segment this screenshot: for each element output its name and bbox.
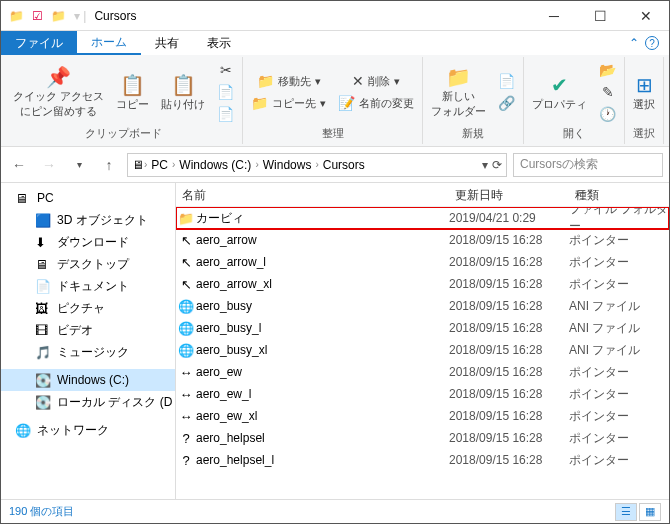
tree-node[interactable]: 🌐ネットワーク bbox=[1, 419, 175, 441]
col-name[interactable]: 名前 bbox=[176, 183, 449, 206]
moveto-button[interactable]: 📁移動先▾ bbox=[247, 70, 330, 92]
addr-dropdown-icon[interactable]: ▾ bbox=[482, 158, 488, 172]
tree-node[interactable]: 💽Windows (C:) bbox=[1, 369, 175, 391]
select-icon: ⊞ bbox=[636, 73, 653, 97]
file-type: ポインター bbox=[569, 430, 669, 447]
tree-node[interactable]: 🎞ビデオ bbox=[1, 319, 175, 341]
qat-divider: ▾ | bbox=[74, 9, 86, 23]
copyto-button[interactable]: 📁コピー先▾ bbox=[247, 92, 330, 114]
tree-node[interactable]: 💽ローカル ディスク (D bbox=[1, 391, 175, 413]
qat-folder-icon[interactable]: 📁 bbox=[51, 9, 66, 23]
file-row[interactable]: 🌐aero_busy_xl2018/09/15 16:28ANI ファイル bbox=[176, 339, 669, 361]
file-date: 2018/09/15 16:28 bbox=[449, 321, 569, 335]
tree-node[interactable]: 🎵ミュージック bbox=[1, 341, 175, 363]
history-icon: 🕐 bbox=[599, 106, 616, 122]
pasteshortcut-button[interactable]: 📄 bbox=[213, 103, 238, 125]
refresh-icon[interactable]: ⟳ bbox=[492, 158, 502, 172]
paste-button[interactable]: 📋貼り付け bbox=[157, 71, 209, 114]
tree-node[interactable]: ⬇ダウンロード bbox=[1, 231, 175, 253]
tab-home[interactable]: ホーム bbox=[77, 31, 141, 55]
copypath-button[interactable]: 📄 bbox=[213, 81, 238, 103]
moveto-icon: 📁 bbox=[257, 73, 274, 89]
close-button[interactable]: ✕ bbox=[623, 1, 669, 31]
tree-node[interactable]: 🖥PC bbox=[1, 187, 175, 209]
search-input[interactable]: Cursorsの検索 bbox=[513, 153, 663, 177]
history-button[interactable]: 🕐 bbox=[595, 103, 620, 125]
file-type: ANI ファイル bbox=[569, 342, 669, 359]
crumb-3[interactable]: Cursors bbox=[319, 158, 369, 172]
crumb-2[interactable]: Windows bbox=[259, 158, 316, 172]
file-icon: ↔ bbox=[176, 365, 196, 380]
file-date: 2018/09/15 16:28 bbox=[449, 233, 569, 247]
file-icon: ↔ bbox=[176, 387, 196, 402]
file-date: 2018/09/15 16:28 bbox=[449, 387, 569, 401]
titlebar: 📁 ☑ 📁 ▾ | Cursors ─ ☐ ✕ bbox=[1, 1, 669, 31]
copyto-icon: 📁 bbox=[251, 95, 268, 111]
file-row[interactable]: ↖aero_arrow2018/09/15 16:28ポインター bbox=[176, 229, 669, 251]
tree-node[interactable]: 🟦3D オブジェクト bbox=[1, 209, 175, 231]
address-bar[interactable]: 🖥 › PC› Windows (C:)› Windows› Cursors ▾… bbox=[127, 153, 507, 177]
recent-button[interactable]: ▾ bbox=[67, 153, 91, 177]
status-bar: 190 個の項目 ☰ ▦ bbox=[1, 499, 669, 523]
tab-file[interactable]: ファイル bbox=[1, 31, 77, 55]
tree-label: Windows (C:) bbox=[57, 373, 129, 387]
view-icons-button[interactable]: ▦ bbox=[639, 503, 661, 521]
tree-label: 3D オブジェクト bbox=[57, 212, 148, 229]
tab-share[interactable]: 共有 bbox=[141, 31, 193, 55]
cut-button[interactable]: ✂ bbox=[213, 59, 238, 81]
up-button[interactable]: ↑ bbox=[97, 153, 121, 177]
newitem-button[interactable]: 📄 bbox=[494, 70, 519, 92]
open-button[interactable]: 📂 bbox=[595, 59, 620, 81]
file-icon: ? bbox=[176, 453, 196, 468]
forward-button[interactable]: → bbox=[37, 153, 61, 177]
file-row[interactable]: 🌐aero_busy_l2018/09/15 16:28ANI ファイル bbox=[176, 317, 669, 339]
group-new-label: 新規 bbox=[462, 125, 484, 142]
maximize-button[interactable]: ☐ bbox=[577, 1, 623, 31]
rename-button[interactable]: 📝名前の変更 bbox=[334, 92, 418, 114]
file-list[interactable]: 📁カービィ2019/04/21 0:29ファイル フォルダー↖aero_arro… bbox=[176, 207, 669, 499]
select-button[interactable]: ⊞選択 bbox=[629, 71, 659, 114]
file-date: 2018/09/15 16:28 bbox=[449, 365, 569, 379]
file-row[interactable]: 🌐aero_busy2018/09/15 16:28ANI ファイル bbox=[176, 295, 669, 317]
crumb-0[interactable]: PC bbox=[147, 158, 172, 172]
edit-button[interactable]: ✎ bbox=[595, 81, 620, 103]
crumb-1[interactable]: Windows (C:) bbox=[175, 158, 255, 172]
file-icon: ↔ bbox=[176, 409, 196, 424]
file-row[interactable]: ↔aero_ew_xl2018/09/15 16:28ポインター bbox=[176, 405, 669, 427]
tab-view[interactable]: 表示 bbox=[193, 31, 245, 55]
file-row[interactable]: ↖aero_arrow_l2018/09/15 16:28ポインター bbox=[176, 251, 669, 273]
column-headers[interactable]: 名前 更新日時 種類 bbox=[176, 183, 669, 207]
col-date[interactable]: 更新日時 bbox=[449, 183, 569, 206]
file-icon: ? bbox=[176, 431, 196, 446]
paste-icon: 📋 bbox=[171, 73, 196, 97]
delete-button[interactable]: ✕削除▾ bbox=[334, 70, 418, 92]
file-icon: ↖ bbox=[176, 255, 196, 270]
file-row[interactable]: ↔aero_ew_l2018/09/15 16:28ポインター bbox=[176, 383, 669, 405]
qat-checkbox-icon[interactable]: ☑ bbox=[32, 9, 43, 23]
file-icon: 🌐 bbox=[176, 321, 196, 336]
properties-button[interactable]: ✔プロパティ bbox=[528, 71, 591, 114]
pin-quickaccess-button[interactable]: 📌クイック アクセス にピン留めする bbox=[9, 63, 108, 121]
back-button[interactable]: ← bbox=[7, 153, 31, 177]
file-date: 2018/09/15 16:28 bbox=[449, 409, 569, 423]
help-icon[interactable]: ? bbox=[645, 36, 659, 50]
tree-node[interactable]: 🖥デスクトップ bbox=[1, 253, 175, 275]
minimize-button[interactable]: ─ bbox=[531, 1, 577, 31]
view-details-button[interactable]: ☰ bbox=[615, 503, 637, 521]
file-row[interactable]: ?aero_helpsel_l2018/09/15 16:28ポインター bbox=[176, 449, 669, 471]
file-date: 2018/09/15 16:28 bbox=[449, 255, 569, 269]
file-row[interactable]: ↖aero_arrow_xl2018/09/15 16:28ポインター bbox=[176, 273, 669, 295]
collapse-ribbon-icon[interactable]: ⌃ bbox=[629, 36, 639, 50]
nav-tree[interactable]: 🖥PC🟦3D オブジェクト⬇ダウンロード🖥デスクトップ📄ドキュメント🖼ピクチャ🎞… bbox=[1, 183, 176, 499]
file-row[interactable]: 📁カービィ2019/04/21 0:29ファイル フォルダー bbox=[176, 207, 669, 229]
col-type[interactable]: 種類 bbox=[569, 183, 669, 206]
easyaccess-button[interactable]: 🔗 bbox=[494, 92, 519, 114]
addr-pc-icon: 🖥 bbox=[132, 158, 144, 172]
file-row[interactable]: ?aero_helpsel2018/09/15 16:28ポインター bbox=[176, 427, 669, 449]
file-row[interactable]: ↔aero_ew2018/09/15 16:28ポインター bbox=[176, 361, 669, 383]
tree-node[interactable]: 📄ドキュメント bbox=[1, 275, 175, 297]
file-date: 2018/09/15 16:28 bbox=[449, 343, 569, 357]
tree-node[interactable]: 🖼ピクチャ bbox=[1, 297, 175, 319]
copy-button[interactable]: 📋コピー bbox=[112, 71, 153, 114]
newfolder-button[interactable]: 📁新しい フォルダー bbox=[427, 63, 490, 121]
